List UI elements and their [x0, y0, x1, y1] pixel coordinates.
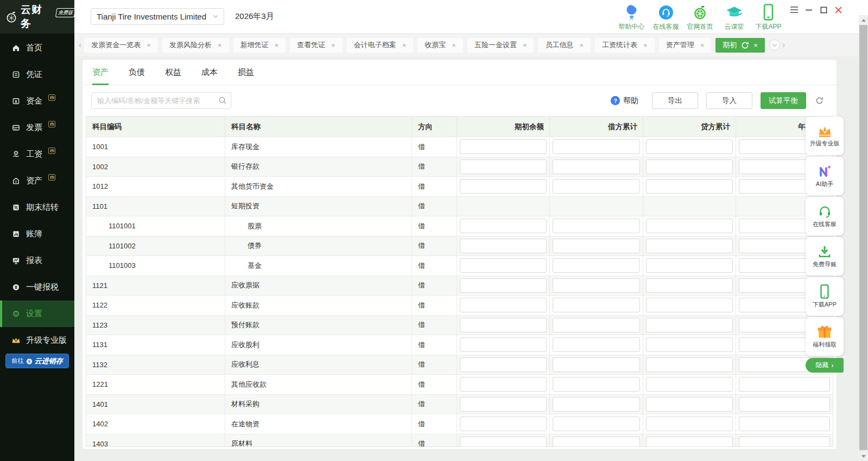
debit-total-input[interactable]: [553, 337, 640, 352]
category-tab-成本[interactable]: 成本: [201, 60, 218, 85]
sidebar-item-salary[interactable]: 工资: [0, 141, 74, 168]
import-button[interactable]: 导入: [706, 92, 752, 109]
quick-link-cloud-class[interactable]: 云课堂: [717, 3, 751, 31]
tab-会计电子档案[interactable]: 会计电子档案 ×: [347, 38, 414, 53]
debit-total-input[interactable]: [553, 377, 640, 392]
opening-balance-input[interactable]: [460, 278, 547, 293]
debit-total-input[interactable]: [553, 219, 640, 233]
sidebar-item-funds[interactable]: 资金: [0, 88, 74, 114]
debit-total-input[interactable]: [553, 298, 640, 312]
category-tab-损益[interactable]: 损益: [238, 60, 254, 85]
opening-balance-input[interactable]: [460, 397, 547, 412]
sidebar-item-home[interactable]: 首页: [0, 35, 74, 61]
debit-total-input[interactable]: [553, 139, 640, 154]
credit-total-input[interactable]: [646, 318, 733, 332]
credit-total-input[interactable]: [646, 417, 733, 431]
close-icon[interactable]: ×: [402, 42, 407, 49]
credit-total-input[interactable]: [646, 139, 733, 154]
tab-查看凭证[interactable]: 查看凭证 ×: [290, 38, 343, 53]
year-begin-balance-input[interactable]: [739, 417, 830, 431]
close-icon[interactable]: ×: [218, 42, 222, 49]
quick-link-official-site[interactable]: 官网首页: [683, 3, 717, 31]
debit-total-input[interactable]: [553, 417, 640, 431]
sidebar-item-voucher[interactable]: 凭证: [0, 61, 74, 88]
tab-五险一金设置[interactable]: 五险一金设置 ×: [467, 38, 534, 53]
close-icon[interactable]: ×: [579, 42, 584, 49]
close-icon[interactable]: ×: [275, 42, 279, 49]
credit-total-input[interactable]: [646, 437, 733, 446]
sidebar-item-upgrade[interactable]: 升级专业版: [0, 327, 74, 354]
tab-资产管理[interactable]: 资产管理 ×: [659, 38, 712, 53]
export-button[interactable]: 导出: [652, 92, 698, 109]
opening-balance-input[interactable]: [460, 298, 547, 312]
year-begin-balance-input[interactable]: [739, 437, 830, 446]
window-minimize-button[interactable]: [804, 5, 813, 14]
tab-期初[interactable]: 期初 ×: [715, 38, 765, 53]
year-begin-balance-input[interactable]: [739, 397, 830, 412]
close-icon[interactable]: ×: [523, 42, 527, 49]
search-input[interactable]: [91, 92, 231, 109]
tab-工资统计表[interactable]: 工资统计表 ×: [595, 38, 655, 53]
panel-item-ai-assistant[interactable]: AI助手: [806, 157, 844, 195]
quick-link-download-app[interactable]: 下载APP: [751, 3, 785, 31]
category-tab-资产[interactable]: 资产: [92, 60, 109, 85]
panel-item-download-app[interactable]: 下载APP: [806, 277, 844, 316]
credit-total-input[interactable]: [646, 219, 733, 233]
tabs-scroll-left-icon[interactable]: ‹: [77, 41, 84, 49]
tab-发票风险分析[interactable]: 发票风险分析 ×: [162, 38, 229, 53]
debit-total-input[interactable]: [553, 258, 640, 273]
panel-item-benefits[interactable]: 福利领取: [806, 317, 844, 356]
debit-total-input[interactable]: [553, 437, 640, 446]
close-icon[interactable]: ×: [643, 42, 648, 49]
debit-total-input[interactable]: [553, 357, 640, 372]
sidebar-item-tax-filing[interactable]: 一键报税: [0, 274, 74, 300]
panel-item-free-import[interactable]: 免费导账: [806, 237, 844, 276]
tab-收票宝[interactable]: 收票宝 ×: [417, 38, 463, 53]
help-link[interactable]: ? 帮助: [611, 96, 638, 106]
sidebar-item-period-closing[interactable]: 期末结转: [0, 194, 74, 221]
accounting-period[interactable]: 2026年3月: [235, 11, 274, 22]
credit-total-input[interactable]: [646, 298, 733, 312]
tab-list-dropdown-icon[interactable]: [769, 40, 780, 50]
refresh-icon[interactable]: [815, 97, 823, 105]
year-begin-balance-input[interactable]: [739, 377, 830, 392]
debit-total-input[interactable]: [553, 397, 640, 412]
tab-员工信息[interactable]: 员工信息 ×: [538, 38, 591, 53]
goto-cloud-invoicing-button[interactable]: 前往 云进销存: [5, 354, 69, 368]
opening-balance-input[interactable]: [460, 219, 547, 233]
sidebar-item-reports[interactable]: 报表: [0, 247, 74, 274]
opening-balance-input[interactable]: [460, 159, 547, 174]
company-selector[interactable]: Tianji Tire Investments Limited: [91, 8, 224, 25]
debit-total-input[interactable]: [553, 179, 640, 194]
quick-link-help-center[interactable]: 帮助中心: [614, 3, 649, 31]
tab-发票资金一览表[interactable]: 发票资金一览表 ×: [84, 38, 158, 53]
sidebar-item-assets[interactable]: 资产: [0, 168, 74, 194]
debit-total-input[interactable]: [553, 239, 640, 253]
opening-balance-input[interactable]: [460, 357, 547, 372]
hide-panel-button[interactable]: 隐藏 ›: [806, 358, 844, 373]
window-scrollbar[interactable]: [859, 15, 868, 461]
debit-total-input[interactable]: [553, 159, 640, 174]
close-icon[interactable]: ×: [700, 42, 705, 49]
debit-total-input[interactable]: [553, 278, 640, 293]
credit-total-input[interactable]: [646, 179, 733, 194]
category-tab-权益[interactable]: 权益: [165, 60, 181, 85]
close-icon[interactable]: ×: [331, 42, 335, 49]
opening-balance-input[interactable]: [460, 377, 547, 392]
window-maximize-button[interactable]: [819, 5, 828, 14]
category-tab-负债[interactable]: 负债: [129, 60, 145, 85]
panel-item-upgrade-pro[interactable]: 升级专业版: [806, 117, 844, 155]
credit-total-input[interactable]: [646, 337, 733, 352]
quick-link-online-service[interactable]: 在线客服: [649, 3, 683, 31]
tab-新增凭证[interactable]: 新增凭证 ×: [233, 38, 286, 53]
refresh-icon[interactable]: [741, 41, 749, 49]
opening-balance-input[interactable]: [460, 239, 547, 253]
credit-total-input[interactable]: [646, 278, 733, 293]
sidebar-item-settings[interactable]: ⚙ 设置: [0, 300, 74, 327]
close-icon[interactable]: ×: [753, 42, 758, 49]
close-icon[interactable]: ×: [452, 42, 456, 49]
sidebar-item-invoice[interactable]: 发票: [0, 114, 74, 141]
window-close-button[interactable]: [834, 5, 842, 14]
credit-total-input[interactable]: [646, 258, 733, 273]
window-menu-button[interactable]: [790, 5, 799, 14]
